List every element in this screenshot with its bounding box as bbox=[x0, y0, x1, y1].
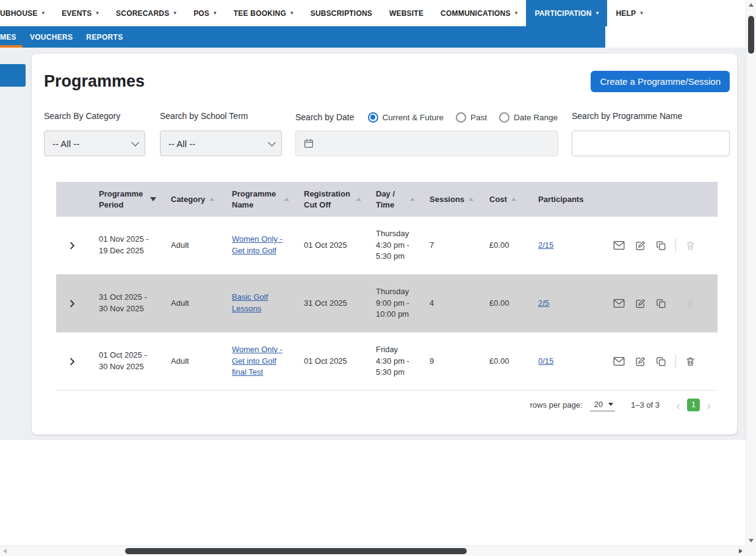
programmes-card: Programmes Create a Programme/Session Se… bbox=[32, 54, 737, 435]
nav-scorecards[interactable]: SCORECARDS ▾ bbox=[107, 0, 185, 26]
table-row: 01 Nov 2025 - 19 Dec 2025 Adult Women On… bbox=[56, 217, 718, 275]
nav-clubhouse[interactable]: UBHOUSE ▾ bbox=[0, 0, 53, 26]
nav-help-label: HELP bbox=[616, 9, 636, 18]
chevron-down-icon bbox=[131, 139, 139, 146]
scroll-left-arrow-icon[interactable] bbox=[3, 549, 7, 554]
chevron-down-icon: ▾ bbox=[96, 10, 99, 16]
sort-asc-icon bbox=[469, 198, 473, 201]
col-header-period[interactable]: Programme Period bbox=[88, 182, 160, 217]
chevron-right-icon bbox=[68, 242, 76, 250]
nav-participation[interactable]: PARTICIPATION ▾ bbox=[526, 0, 607, 26]
participants-link[interactable]: 2/15 bbox=[538, 240, 553, 251]
sessions-cell: 4 bbox=[419, 275, 478, 332]
sidebar-stub[interactable] bbox=[0, 64, 26, 87]
edit-icon[interactable] bbox=[635, 356, 646, 367]
sessions-cell: 9 bbox=[419, 333, 478, 390]
col-header-daytime[interactable]: Day / Time bbox=[365, 182, 419, 217]
delete-icon bbox=[685, 298, 696, 309]
registration-cutoff-cell: 01 Oct 2025 bbox=[293, 333, 365, 390]
action-divider bbox=[675, 297, 676, 310]
programme-name-input[interactable] bbox=[572, 131, 730, 156]
expand-row-button[interactable] bbox=[66, 297, 79, 310]
copy-icon[interactable] bbox=[656, 356, 666, 367]
email-icon[interactable] bbox=[613, 240, 625, 250]
col-header-cost[interactable]: Cost bbox=[478, 182, 527, 217]
edit-icon[interactable] bbox=[635, 240, 646, 251]
cost-cell: £0.00 bbox=[478, 275, 527, 332]
chevron-down-icon: ▾ bbox=[640, 10, 643, 16]
programme-name-link[interactable]: Women Only - Get into Golf bbox=[232, 234, 288, 257]
nav-events-label: EVENTS bbox=[62, 9, 92, 18]
radio-date-range[interactable]: Date Range bbox=[499, 112, 558, 123]
category-filter-label: Search By Category bbox=[44, 111, 145, 121]
nav-communications[interactable]: COMMUNICATIONS ▾ bbox=[432, 0, 526, 26]
nav-help[interactable]: HELP ▾ bbox=[607, 0, 652, 26]
radio-current-future[interactable]: Current & Future bbox=[368, 112, 444, 123]
scrollbar-corner bbox=[746, 546, 756, 556]
subnav-programmes[interactable]: MES bbox=[0, 26, 23, 48]
chevron-down-icon bbox=[608, 403, 613, 406]
email-icon[interactable] bbox=[613, 298, 625, 308]
content-area: Programmes Create a Programme/Session Se… bbox=[0, 48, 756, 440]
cost-cell: £0.00 bbox=[478, 333, 527, 390]
programme-name-link[interactable]: Women Only - Get into Golf final Test bbox=[232, 344, 288, 379]
radio-unselected-icon bbox=[456, 112, 466, 123]
sort-asc-icon bbox=[284, 198, 289, 201]
nav-subscriptions[interactable]: SUBSCRIPTIONS bbox=[302, 0, 381, 26]
delete-icon[interactable] bbox=[685, 356, 696, 367]
table-row: 01 Oct 2025 - 30 Nov 2025 Adult Women On… bbox=[56, 333, 718, 391]
school-term-select[interactable]: -- All -- bbox=[160, 131, 282, 156]
expand-row-button[interactable] bbox=[66, 239, 79, 252]
participants-link[interactable]: 0/15 bbox=[538, 356, 553, 367]
scroll-up-arrow-icon[interactable] bbox=[749, 3, 754, 7]
nav-pos[interactable]: POS ▾ bbox=[185, 0, 225, 26]
term-filter-label: Search by School Term bbox=[160, 111, 282, 121]
chevron-down-icon: ▾ bbox=[515, 10, 518, 16]
rows-per-page-label: rows per page: bbox=[530, 400, 583, 410]
page-title: Programmes bbox=[44, 72, 145, 91]
nav-website-label: WEBSITE bbox=[389, 9, 423, 18]
radio-selected-icon bbox=[368, 112, 378, 123]
nav-website[interactable]: WEBSITE bbox=[381, 0, 432, 26]
chevron-down-icon bbox=[268, 139, 276, 146]
edit-icon[interactable] bbox=[635, 298, 646, 309]
email-icon[interactable] bbox=[613, 356, 625, 366]
col-header-cutoff[interactable]: Registration Cut Off bbox=[293, 182, 365, 217]
registration-cutoff-cell: 01 Oct 2025 bbox=[293, 217, 365, 274]
sort-asc-icon bbox=[209, 198, 214, 201]
copy-icon[interactable] bbox=[656, 240, 666, 251]
category-select[interactable]: -- All -- bbox=[44, 131, 145, 156]
delete-icon bbox=[685, 240, 696, 251]
nav-tee-booking-label: TEE BOOKING bbox=[234, 9, 286, 18]
radio-past-label: Past bbox=[470, 113, 487, 122]
nav-events[interactable]: EVENTS ▾ bbox=[53, 0, 107, 26]
col-header-sessions[interactable]: Sessions bbox=[419, 182, 478, 217]
calendar-icon bbox=[303, 138, 314, 149]
radio-past[interactable]: Past bbox=[456, 112, 487, 123]
top-nav: UBHOUSE ▾ EVENTS ▾ SCORECARDS ▾ POS ▾ TE… bbox=[0, 0, 756, 26]
cost-cell: £0.00 bbox=[478, 217, 527, 274]
vertical-scrollbar-thumb[interactable] bbox=[748, 16, 754, 54]
vertical-scrollbar[interactable] bbox=[746, 0, 756, 546]
subnav-reports[interactable]: REPORTS bbox=[79, 26, 129, 48]
rows-per-page-select[interactable]: 20 bbox=[590, 399, 615, 411]
day-time-cell: Friday 4:30 pm - 5:30 pm bbox=[365, 333, 419, 390]
sessions-cell: 7 bbox=[419, 217, 478, 274]
chevron-down-icon: ▾ bbox=[214, 10, 217, 16]
pagination-page-1[interactable]: 1 bbox=[687, 399, 700, 411]
col-header-name[interactable]: Programme Name bbox=[221, 182, 293, 217]
expand-row-button[interactable] bbox=[66, 355, 79, 368]
copy-icon[interactable] bbox=[656, 298, 666, 309]
nav-tee-booking[interactable]: TEE BOOKING ▾ bbox=[225, 0, 302, 26]
programme-name-link[interactable]: Basic Golf Lessons bbox=[232, 292, 288, 315]
create-programme-button[interactable]: Create a Programme/Session bbox=[591, 71, 730, 92]
sort-desc-icon bbox=[150, 197, 156, 201]
scroll-right-arrow-icon[interactable] bbox=[739, 549, 743, 554]
participants-link[interactable]: 2/5 bbox=[538, 298, 549, 309]
col-header-category[interactable]: Category bbox=[160, 182, 221, 217]
horizontal-scrollbar-thumb[interactable] bbox=[125, 548, 467, 554]
horizontal-scrollbar[interactable] bbox=[0, 546, 746, 556]
scroll-down-arrow-icon[interactable] bbox=[749, 539, 754, 543]
subnav-vouchers[interactable]: VOUCHERS bbox=[23, 26, 79, 48]
pagination-range: 1–3 of 3 bbox=[631, 400, 660, 410]
